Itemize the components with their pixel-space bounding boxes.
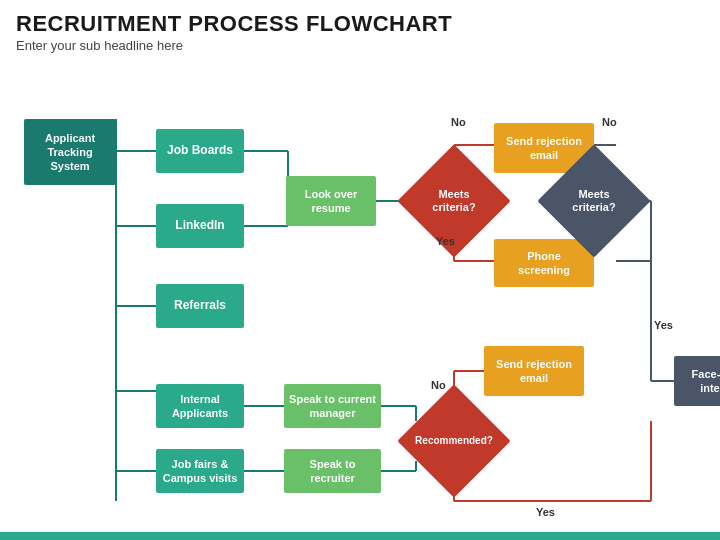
speak-to-recruiter-box: Speak to recruiter	[284, 449, 381, 493]
job-boards-box: Job Boards	[156, 129, 244, 173]
recommended-diamond: Recommended?	[414, 401, 494, 481]
face-to-face-box: Face-to-face interview	[674, 356, 720, 406]
page-title: RECRUITMENT PROCESS FLOWCHART	[16, 12, 704, 36]
look-over-resume-box: Look over resume	[286, 176, 376, 226]
referrals-box: Referrals	[156, 284, 244, 328]
ats-box: Applicant Tracking System	[24, 119, 116, 185]
internal-applicants-box: Internal Applicants	[156, 384, 244, 428]
yes-label-2: Yes	[654, 319, 673, 331]
phone-screening-box: Phone screening	[494, 239, 594, 287]
no-label-3: No	[431, 379, 446, 391]
linkedin-box: LinkedIn	[156, 204, 244, 248]
bottom-bar	[0, 532, 720, 540]
meets-criteria-2-diamond: Meets criteria?	[554, 161, 634, 241]
page-subtitle: Enter your sub headline here	[16, 38, 704, 53]
yes-label-3: Yes	[536, 506, 555, 518]
no-label-2: No	[602, 116, 617, 128]
meets-criteria-1-diamond: Meets criteria?	[414, 161, 494, 241]
job-fairs-box: Job fairs & Campus visits	[156, 449, 244, 493]
send-rejection-2-box: Send rejection email	[484, 346, 584, 396]
no-label-1: No	[451, 116, 466, 128]
speak-to-manager-box: Speak to current manager	[284, 384, 381, 428]
